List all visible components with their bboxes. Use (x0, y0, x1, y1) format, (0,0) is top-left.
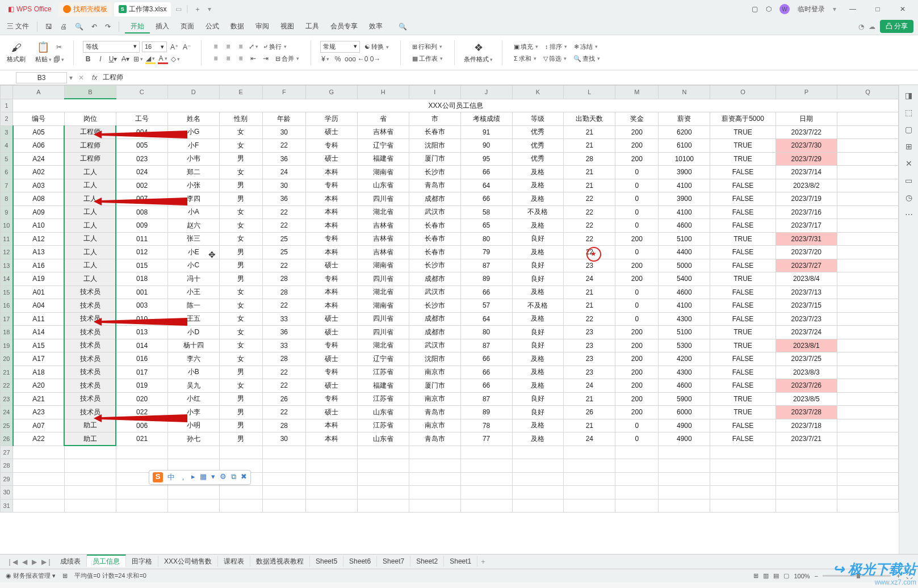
row-header[interactable]: 6 (1, 166, 13, 179)
side-chat-icon[interactable]: ▢ (905, 125, 912, 134)
cell[interactable]: A05 (13, 125, 65, 139)
cell[interactable]: 23 (564, 339, 615, 352)
cell[interactable]: 男 (219, 152, 262, 166)
cell[interactable]: 024 (116, 166, 167, 179)
cell[interactable] (615, 446, 659, 459)
cell[interactable] (262, 486, 305, 499)
cell[interactable]: 成都市 (409, 192, 460, 206)
cell[interactable]: 郑二 (167, 166, 219, 179)
cell[interactable]: TRUE (710, 392, 776, 406)
cell[interactable]: A10 (13, 219, 65, 233)
cell[interactable]: 4100 (659, 205, 710, 219)
cell[interactable]: 66 (460, 352, 512, 366)
cell[interactable]: 小A (167, 205, 219, 219)
col-header[interactable]: G (305, 86, 357, 99)
cell[interactable] (837, 499, 898, 513)
cell[interactable]: 010 (116, 312, 167, 326)
cell[interactable]: FALSE (710, 285, 776, 299)
cell[interactable]: 江苏省 (357, 392, 409, 406)
cell[interactable] (659, 446, 710, 459)
cell[interactable]: 工人 (64, 219, 116, 233)
cell[interactable]: 5000 (659, 259, 710, 272)
fx-icon[interactable]: fx (92, 74, 97, 82)
row-header[interactable]: 25 (1, 419, 13, 432)
cell[interactable]: 良好 (512, 272, 564, 286)
cell[interactable] (659, 486, 710, 499)
cell[interactable]: 工程师 (64, 152, 116, 166)
cell[interactable]: 南京市 (409, 366, 460, 379)
cell[interactable]: 016 (116, 352, 167, 366)
ime-close-icon[interactable]: ✖ (241, 472, 247, 482)
ime-tool-icon[interactable]: ⧉ (231, 472, 236, 482)
row-header[interactable]: 22 (1, 379, 13, 393)
sheet-tab[interactable]: 数据透视表教程 (250, 556, 310, 567)
cell[interactable]: 长春市 (409, 219, 460, 233)
cell[interactable]: 4200 (659, 352, 710, 366)
cell[interactable]: 女 (219, 285, 262, 299)
view-reader-icon[interactable]: ▢ (783, 572, 789, 579)
cell[interactable]: 002 (116, 179, 167, 192)
cell[interactable]: TRUE (710, 326, 776, 339)
document-tab[interactable]: S工作簿3.xlsx (114, 2, 171, 16)
cell[interactable]: TRUE (710, 125, 776, 139)
cell[interactable]: 10100 (659, 152, 710, 166)
cell[interactable] (837, 232, 898, 246)
cell[interactable]: 湖南省 (357, 259, 409, 272)
cell[interactable]: FALSE (710, 432, 776, 446)
orient-icon[interactable]: ⤢ (248, 41, 258, 52)
cell[interactable]: A23 (13, 406, 65, 419)
cell[interactable]: 4900 (659, 432, 710, 446)
cell[interactable]: FALSE (710, 219, 776, 233)
menu-tab-6[interactable]: 视图 (275, 20, 300, 32)
cell[interactable]: 吉林省 (357, 232, 409, 246)
cell[interactable]: 005 (116, 139, 167, 153)
cell[interactable]: 022 (116, 406, 167, 419)
cell[interactable]: 助工 (64, 419, 116, 432)
cell[interactable]: 市 (409, 112, 460, 126)
menu-tab-7[interactable]: 工具 (300, 20, 325, 32)
cell[interactable] (357, 486, 409, 499)
cell[interactable]: 李四 (167, 192, 219, 206)
cell[interactable] (305, 472, 357, 486)
tab-dup-icon[interactable]: ▭ (172, 5, 185, 13)
cell[interactable]: 不及格 (512, 205, 564, 219)
row-header[interactable]: 7 (1, 179, 13, 192)
cell[interactable] (837, 205, 898, 219)
view-break-icon[interactable]: ▤ (773, 572, 779, 579)
cell[interactable] (710, 499, 776, 513)
cell[interactable]: A18 (13, 366, 65, 379)
rowcol-button[interactable]: ⊞ 行和列 (410, 41, 445, 52)
formula-input[interactable]: 工程师 (102, 72, 918, 83)
cell[interactable]: 等级 (512, 112, 564, 126)
cell[interactable]: 22 (564, 192, 615, 206)
side-nav-icon[interactable]: ◨ (905, 91, 912, 100)
cell[interactable]: 女 (219, 379, 262, 393)
cell[interactable]: 200 (615, 125, 659, 139)
cell[interactable]: 22 (262, 259, 305, 272)
cell[interactable]: 小韦 (167, 152, 219, 166)
cell[interactable]: 男 (219, 246, 262, 259)
cell[interactable]: 012 (116, 246, 167, 259)
sheet-tab[interactable]: Sheet5 (310, 556, 343, 567)
cell[interactable]: 87 (460, 339, 512, 352)
cell[interactable]: 6200 (659, 125, 710, 139)
cell[interactable]: 80 (460, 232, 512, 246)
cell[interactable]: 21 (564, 285, 615, 299)
cell[interactable]: TRUE (710, 272, 776, 286)
convert-button[interactable]: ☯ 转换 (362, 41, 391, 52)
avatar[interactable]: W (779, 4, 790, 14)
cell[interactable] (262, 499, 305, 513)
cell[interactable]: 本科 (305, 246, 357, 259)
cell[interactable]: 87 (460, 259, 512, 272)
cell[interactable]: 22 (262, 379, 305, 393)
cell[interactable]: 技术员 (64, 299, 116, 313)
cell[interactable]: 77 (460, 432, 512, 446)
cell[interactable]: 57 (460, 299, 512, 313)
cell[interactable]: 013 (116, 326, 167, 339)
cell[interactable]: A24 (13, 152, 65, 166)
row-header[interactable]: 16 (1, 299, 13, 313)
cell[interactable] (409, 499, 460, 513)
cell[interactable]: 004 (116, 125, 167, 139)
cell[interactable] (460, 499, 512, 513)
sheet-tab[interactable]: 课程表 (218, 556, 250, 567)
